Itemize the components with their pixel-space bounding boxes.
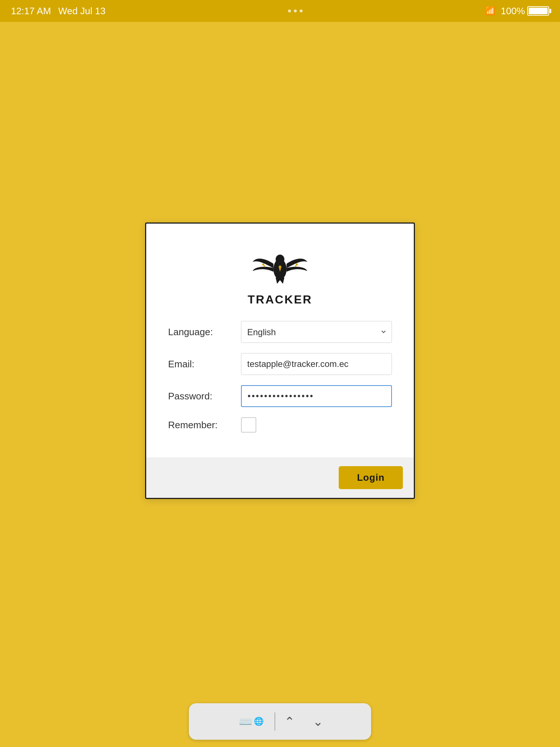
remember-row: Remember: [168,417,392,433]
logo-area: TRACKER [168,242,392,306]
remember-label: Remember: [168,419,241,431]
battery-percent: 100% [501,5,525,17]
time-display: 12:17 AM [11,5,51,17]
chevron-down-icon: ⌄ [313,714,323,729]
card-body: TRACKER Language: English Spanish Portug… [146,224,414,457]
status-left: 12:17 AM Wed Jul 13 [11,5,105,17]
keyboard-icon-button[interactable]: ⌨️ 🌐 [228,715,275,728]
password-row: Password: [168,385,392,407]
svg-point-1 [276,255,284,264]
dot-3 [300,9,303,12]
language-row: Language: English Spanish Portuguese Fre… [168,321,392,343]
email-row: Email: [168,353,392,375]
keyboard-toolbar: ⌨️ 🌐 ⌃ ⌄ [189,703,371,740]
keyboard-globe: 🌐 [254,717,264,726]
password-label: Password: [168,391,241,402]
email-input[interactable] [241,353,392,375]
battery-icon [527,6,549,16]
login-card: TRACKER Language: English Spanish Portug… [145,222,415,499]
app-logo [251,242,309,289]
remember-checkbox[interactable] [241,417,256,433]
chevron-up-icon: ⌃ [284,714,295,729]
date-display: Wed Jul 13 [58,5,106,17]
dot-2 [294,9,297,12]
card-footer: Login [146,457,414,498]
keyboard-emoji-icon: ⌨️ 🌐 [239,715,264,728]
status-bar: 12:17 AM Wed Jul 13 📶 100% [0,0,560,22]
chevron-down-button[interactable]: ⌄ [304,714,332,729]
battery-fill [529,8,548,14]
status-right: 📶 100% [485,5,549,17]
chevron-up-button[interactable]: ⌃ [275,714,304,729]
password-input[interactable] [241,385,392,407]
dot-1 [288,9,291,12]
language-select[interactable]: English Spanish Portuguese French [241,321,392,343]
keyboard-symbol: ⌨️ [239,715,252,728]
battery-container: 100% [501,5,549,17]
email-label: Email: [168,359,241,370]
wifi-icon: 📶 [485,6,495,16]
login-button[interactable]: Login [339,466,403,489]
language-label: Language: [168,326,241,338]
main-content: TRACKER Language: English Spanish Portug… [0,22,560,700]
status-center [288,9,303,12]
app-title: TRACKER [248,293,312,306]
